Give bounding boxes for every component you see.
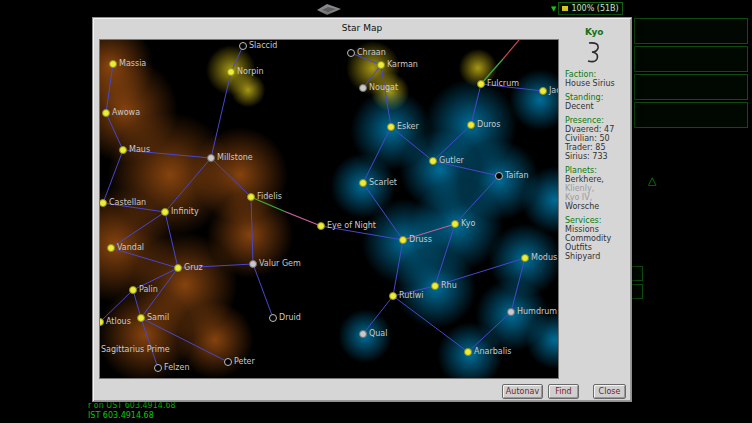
hyperlane-link	[211, 72, 231, 158]
map-system-label: Jac	[549, 87, 559, 95]
selected-system-name: Kyo	[585, 28, 627, 37]
hud-top-right: ▼ 100% (51B)	[551, 2, 623, 15]
map-system-label: Norpin	[237, 68, 264, 76]
dialog-title: Star Map	[93, 23, 631, 33]
map-system-dot[interactable]	[119, 146, 127, 154]
map-system-dot[interactable]	[359, 179, 367, 187]
map-system-dot[interactable]	[249, 260, 257, 268]
map-system-dot[interactable]	[109, 60, 117, 68]
map-system-dot[interactable]	[451, 220, 459, 228]
star-map-dialog: Star Map SlaccidMassiaNorpinChraanKarman…	[92, 17, 632, 402]
map-system-dot[interactable]	[239, 42, 247, 50]
hyperlane-link	[106, 64, 113, 113]
map-system-dot[interactable]	[429, 157, 437, 165]
map-system-dot[interactable]	[99, 199, 107, 207]
hud-date-line1: r on UST 603.4914.68	[88, 401, 176, 410]
presence-heading: Presence:	[565, 116, 627, 125]
system-info-panel: Kyo Faction: House Sirius Standing: Dece…	[565, 28, 627, 261]
map-system-label: Eye of Night	[327, 222, 376, 230]
map-system-dot[interactable]	[399, 236, 407, 244]
fuel-label: 100% (51B)	[571, 4, 618, 14]
map-system-dot[interactable]	[521, 254, 529, 262]
map-system-dot[interactable]	[107, 244, 115, 252]
map-system-dot[interactable]	[477, 80, 485, 88]
close-button[interactable]: Close	[593, 384, 626, 399]
map-system-label: Duros	[477, 121, 500, 129]
map-system-dot[interactable]	[174, 264, 182, 272]
hyperlane-layer	[100, 40, 558, 378]
map-system-dot[interactable]	[102, 109, 110, 117]
map-system-dot[interactable]	[507, 308, 515, 316]
map-system-dot[interactable]	[161, 208, 169, 216]
route-segment	[503, 40, 524, 59]
map-system-dot[interactable]	[317, 222, 325, 230]
hud-date-line2: IST 603.4914.68	[88, 411, 154, 420]
map-system-label: Chraan	[357, 49, 386, 57]
map-system-label: Atlous	[106, 318, 131, 326]
map-system-dot[interactable]	[495, 172, 503, 180]
planet-item: Berkhere,	[565, 175, 627, 184]
map-system-dot[interactable]	[387, 123, 395, 131]
map-system-dot[interactable]	[247, 193, 255, 201]
hud-panel-3	[634, 74, 748, 100]
map-system-dot[interactable]	[347, 49, 355, 57]
radar-marker-icon: △	[648, 174, 656, 187]
map-system-dot[interactable]	[431, 282, 439, 290]
map-system-label: Slaccid	[249, 42, 277, 50]
service-item: Outfits	[565, 243, 627, 252]
map-system-label: Felzen	[164, 364, 190, 372]
map-system-dot[interactable]	[377, 61, 385, 69]
hyperlane-link	[363, 127, 391, 183]
service-item: Shipyard	[565, 252, 627, 261]
map-system-label: Taifan	[505, 172, 528, 180]
map-system-label: Infinity	[171, 208, 199, 216]
planet-item: Kyo IV,	[565, 193, 627, 202]
autonav-button[interactable]: Autonav	[502, 384, 543, 399]
map-system-dot[interactable]	[154, 364, 162, 372]
map-system-label: Fidelis	[257, 193, 282, 201]
presence-item: Trader: 85	[565, 143, 627, 152]
faction-logo-icon	[585, 41, 627, 65]
map-system-label: Peter	[234, 358, 255, 366]
hyperlane-link	[211, 158, 251, 197]
hyperlane-link	[253, 264, 273, 318]
map-system-dot[interactable]	[137, 314, 145, 322]
presence-item: Sirius: 733	[565, 152, 627, 161]
map-system-label: Rutlwi	[399, 292, 423, 300]
presence-item: Dvaered: 47	[565, 125, 627, 134]
hyperlane-link	[393, 296, 468, 352]
map-system-dot[interactable]	[359, 84, 367, 92]
target-arrow-icon: ▼	[551, 4, 556, 14]
map-system-dot[interactable]	[539, 87, 547, 95]
map-system-label: Maus	[129, 146, 150, 154]
map-system-label: Anarbalis	[474, 348, 511, 356]
star-map-canvas[interactable]: SlaccidMassiaNorpinChraanKarmanNougatFul…	[99, 39, 559, 379]
hyperlane-link	[363, 183, 403, 240]
map-system-label: Massia	[119, 60, 146, 68]
map-system-dot[interactable]	[269, 314, 277, 322]
map-system-label: Samil	[147, 314, 169, 322]
fuel-gauge: 100% (51B)	[558, 2, 622, 15]
faction-heading: Faction:	[565, 70, 627, 79]
map-system-label: Awowa	[112, 109, 140, 117]
hyperlane-link	[165, 158, 211, 212]
map-system-dot[interactable]	[359, 330, 367, 338]
map-system-label: Druss	[409, 236, 432, 244]
map-system-label: Sagittarius Prime	[101, 346, 170, 354]
hyperlane-link	[455, 176, 499, 224]
find-button[interactable]: Find	[548, 384, 579, 399]
map-system-label: Millstone	[217, 154, 253, 162]
map-system-dot[interactable]	[464, 348, 472, 356]
service-item: Commodity	[565, 234, 627, 243]
map-system-dot[interactable]	[224, 358, 232, 366]
map-system-dot[interactable]	[467, 121, 475, 129]
hud-panel-1	[634, 18, 748, 44]
map-system-dot[interactable]	[389, 292, 397, 300]
hud-panel-4	[634, 102, 748, 128]
map-system-dot[interactable]	[207, 154, 215, 162]
map-system-dot[interactable]	[227, 68, 235, 76]
map-system-label: Kyo	[461, 220, 475, 228]
map-system-dot[interactable]	[129, 286, 137, 294]
hyperlane-link	[435, 224, 455, 286]
map-system-label: Modus M	[531, 254, 559, 262]
